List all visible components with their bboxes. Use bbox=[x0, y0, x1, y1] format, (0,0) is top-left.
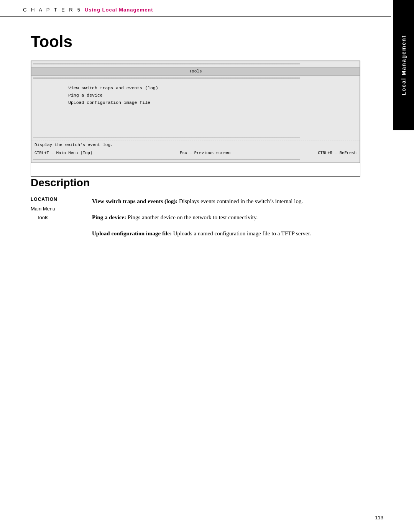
chapter-number: 5 bbox=[77, 7, 82, 13]
desc-term-3: Upload configuration image file: bbox=[92, 230, 172, 236]
terminal-menu-item-1: View switch traps and events (log) bbox=[38, 84, 353, 92]
terminal-footer-dash: ════════════════════════════════════════… bbox=[31, 135, 360, 141]
location-tools: Tools bbox=[31, 213, 88, 222]
terminal-footer: Display the switch's event log. bbox=[31, 141, 360, 149]
desc-paragraph-1: View switch traps and events (log): Disp… bbox=[92, 197, 360, 206]
location-main-menu: Main Menu bbox=[31, 204, 88, 213]
description-layout: LOCATION Main Menu Tools View switch tra… bbox=[31, 197, 360, 245]
sidebar-tab: Local Management bbox=[393, 0, 414, 130]
status-center: Esc = Previous screen bbox=[180, 151, 230, 155]
terminal-header: Tools bbox=[31, 67, 360, 76]
status-right: CTRL+R = ReFresh bbox=[318, 151, 356, 155]
terminal-menu-item-3: Upload configuration image file bbox=[38, 99, 353, 106]
chapter-prefix: C H A P T E R bbox=[23, 7, 74, 13]
terminal-menu-item-2: Ping a device bbox=[38, 92, 353, 99]
main-content: Tools ══════════════════════════════════… bbox=[0, 17, 391, 260]
desc-text-2-content: Pings another device on the network to t… bbox=[128, 214, 258, 220]
location-label: LOCATION bbox=[31, 197, 88, 202]
page-title: Tools bbox=[31, 33, 360, 51]
terminal-header-dash: ════════════════════════════════════════… bbox=[31, 76, 360, 81]
desc-term-1: View switch traps and events (log): bbox=[92, 198, 177, 204]
page-number: 113 bbox=[375, 515, 383, 521]
terminal-footer-text: Display the switch's event log. bbox=[34, 143, 113, 147]
location-sidebar: LOCATION Main Menu Tools bbox=[31, 197, 92, 245]
terminal-top-dash: ════════════════════════════════════════… bbox=[31, 61, 360, 67]
terminal-status-bar: CTRL+T = Main Menu (Top) Esc = Previous … bbox=[31, 149, 360, 157]
terminal-box: ════════════════════════════════════════… bbox=[31, 61, 360, 163]
terminal-bottom-dash: ════════════════════════════════════════… bbox=[31, 157, 360, 163]
chapter-title: Using Local Management bbox=[85, 7, 153, 13]
sidebar-tab-label: Local Management bbox=[401, 35, 407, 95]
desc-paragraph-3: Upload configuration image file: Uploads… bbox=[92, 229, 360, 238]
terminal-screenshot: ════════════════════════════════════════… bbox=[31, 61, 360, 177]
status-left: CTRL+T = Main Menu (Top) bbox=[34, 151, 92, 155]
desc-text-1-content: Displays events contained in the switch’… bbox=[179, 198, 303, 204]
chapter-header: C H A P T E R 5 Using Local Management bbox=[0, 0, 391, 17]
description-content: View switch traps and events (log): Disp… bbox=[92, 197, 360, 245]
terminal-body: View switch traps and events (log) Ping … bbox=[31, 81, 360, 135]
desc-paragraph-2: Ping a device: Pings another device on t… bbox=[92, 213, 360, 222]
desc-text-3-content: Uploads a named configuration image file… bbox=[173, 230, 311, 236]
terminal-title: Tools bbox=[189, 69, 202, 74]
description-heading: Description bbox=[31, 177, 360, 189]
desc-term-2: Ping a device: bbox=[92, 214, 126, 220]
